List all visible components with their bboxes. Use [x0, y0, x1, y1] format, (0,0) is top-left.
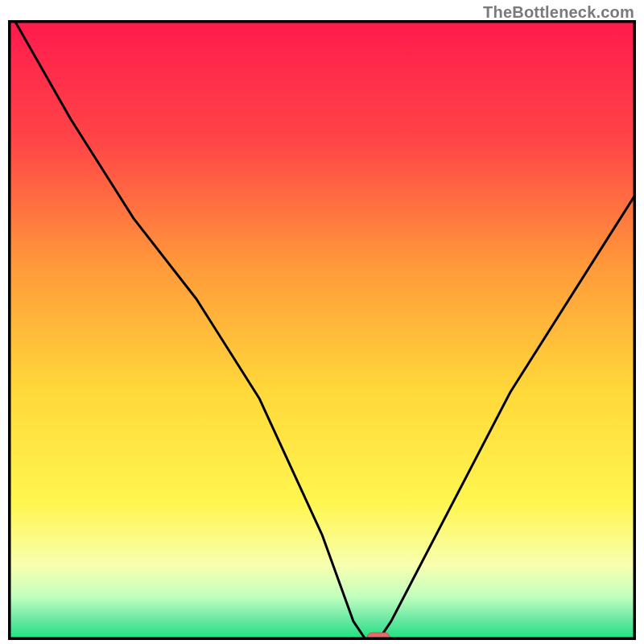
plot-background: [8, 20, 636, 640]
chart-container: TheBottleneck.com: [0, 0, 644, 644]
watermark-text: TheBottleneck.com: [483, 3, 634, 22]
chart-svg: [8, 20, 636, 640]
